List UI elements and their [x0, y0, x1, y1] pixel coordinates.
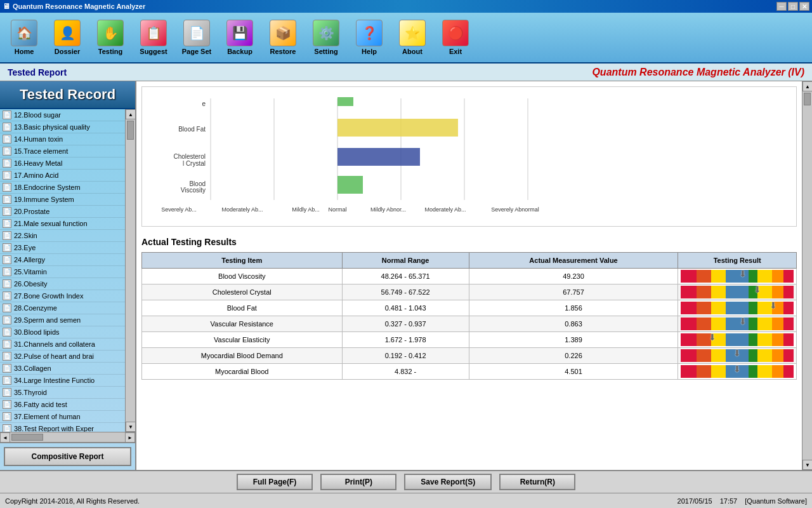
toolbar-item-pageset[interactable]: 📄 Page Set	[178, 20, 216, 55]
sidebar-item-22[interactable]: 📄 34.Large Intestine Functio	[0, 375, 125, 387]
sidebar-item-15[interactable]: 📄 27.Bone Growth Index	[0, 290, 125, 302]
sidebar-horiz-scrollbar[interactable]: ◄ ►	[0, 432, 135, 442]
col-measurement: Actual Measurement Value	[469, 253, 678, 269]
sidebar-item-label-25: 37.Element of human	[14, 413, 81, 420]
sidebar-item-3[interactable]: 📄 15.Trace element	[0, 145, 125, 157]
bottom-bar: Full Page(F)Print(P)Save Report(S)Return…	[0, 470, 812, 493]
scroll-up-btn[interactable]: ▲	[126, 109, 135, 119]
content-scroll-thumb[interactable]	[804, 93, 811, 105]
sidebar-item-19[interactable]: 📄 31.Channels and collatera	[0, 338, 125, 351]
cell-item-6: Myocardial Blood	[142, 364, 343, 380]
scroll-right-btn[interactable]: ►	[125, 432, 135, 443]
return-button[interactable]: Return(R)	[499, 474, 575, 490]
sidebar-item-20[interactable]: 📄 32.Pulse of heart and brai	[0, 351, 125, 363]
sidebar-bottom: Compositive Report	[0, 442, 135, 470]
toolbar-item-setting[interactable]: ⚙️ Setting	[307, 20, 345, 55]
scroll-down-btn[interactable]: ▼	[126, 422, 135, 432]
sidebar-item-icon-23: 📄	[3, 388, 11, 397]
svg-text:Blood Fat: Blood Fat	[178, 126, 206, 133]
sidebar-item-25[interactable]: 📄 37.Element of human	[0, 411, 125, 423]
testing-icon: ✋	[97, 20, 124, 46]
dossier-icon: 👤	[54, 20, 81, 46]
table-row: Vascular Elasticity 1.672 - 1.978 1.389 …	[142, 332, 797, 348]
toolbar-item-help[interactable]: ❓ Help	[350, 20, 388, 55]
sidebar-item-23[interactable]: 📄 35.Thyroid	[0, 387, 125, 399]
status-time: 17:57	[720, 497, 738, 505]
content-scroll[interactable]: e Blood Fat Cholesterol l Crystal Blood …	[136, 81, 802, 470]
sidebar-item-14[interactable]: 📄 26.Obesity	[0, 278, 125, 290]
toolbar-item-suggest[interactable]: 📋 Suggest	[134, 20, 173, 55]
cell-value-0: 49.230	[469, 269, 678, 284]
sidebar-item-7[interactable]: 📄 19.Immune System	[0, 194, 125, 206]
sidebar-item-icon-10: 📄	[3, 231, 11, 240]
title-bar: 🖥 Quantum Resonance Magnetic Analyzer ─ …	[0, 0, 812, 13]
toolbar-item-restore[interactable]: 📦 Restore	[264, 20, 302, 55]
sidebar-item-12[interactable]: 📄 24.Allergy	[0, 254, 125, 266]
svg-text:Normal: Normal	[328, 206, 346, 213]
content-scroll-down[interactable]: ▼	[802, 460, 812, 470]
minimize-button[interactable]: ─	[776, 2, 787, 11]
savereport-button[interactable]: Save Report(S)	[404, 474, 492, 490]
sidebar-title: Tested Record	[0, 81, 135, 109]
sidebar-item-6[interactable]: 📄 18.Endocrine System	[0, 182, 125, 194]
toolbar-item-home[interactable]: 🏠 Home	[5, 20, 43, 55]
svg-text:e: e	[202, 100, 206, 107]
sidebar-item-18[interactable]: 📄 30.Blood lipids	[0, 326, 125, 338]
sidebar-item-icon-14: 📄	[3, 279, 11, 288]
sidebar-item-26[interactable]: 📄 38.Test Report with Exper	[0, 423, 125, 432]
status-right: 2017/05/15 17:57 [Quantum Software]	[678, 497, 807, 505]
svg-rect-13	[337, 119, 458, 137]
cell-result-1: ⬇	[678, 284, 797, 300]
sidebar-item-16[interactable]: 📄 28.Coenzyme	[0, 302, 125, 314]
cell-result-4: ⬇	[678, 332, 797, 348]
content-scroll-up[interactable]: ▲	[802, 81, 812, 91]
sidebar-item-label-12: 24.Allergy	[14, 256, 45, 264]
scroll-horiz-thumb[interactable]	[11, 434, 43, 441]
about-label: About	[402, 48, 422, 55]
restore-icon: 📦	[270, 20, 296, 46]
results-table: Testing Item Normal Range Actual Measure…	[141, 252, 797, 380]
help-icon: ❓	[356, 20, 383, 46]
cell-range-3: 0.327 - 0.937	[342, 316, 469, 332]
sidebar-item-1[interactable]: 📄 13.Basic physical quality	[0, 121, 125, 133]
svg-text:Moderately Ab...: Moderately Ab...	[221, 206, 263, 213]
sidebar-item-8[interactable]: 📄 20.Prostate	[0, 206, 125, 218]
close-button[interactable]: ✕	[799, 2, 809, 11]
sidebar-item-0[interactable]: 📄 12.Blood sugar	[0, 109, 125, 121]
toolbar-item-dossier[interactable]: 👤 Dossier	[48, 20, 86, 55]
sidebar-item-5[interactable]: 📄 17.Amino Acid	[0, 170, 125, 182]
sidebar-item-icon-11: 📄	[3, 243, 11, 252]
sidebar-item-24[interactable]: 📄 36.Fatty acid test	[0, 399, 125, 411]
toolbar-item-exit[interactable]: 🔴 Exit	[436, 20, 475, 55]
cell-value-6: 4.501	[469, 364, 678, 380]
sidebar-item-icon-12: 📄	[3, 255, 11, 264]
sidebar-item-9[interactable]: 📄 21.Male sexual function	[0, 218, 125, 230]
maximize-button[interactable]: □	[788, 2, 798, 11]
toolbar-item-backup[interactable]: 💾 Backup	[221, 20, 259, 55]
cell-result-0: ⬇	[678, 269, 797, 284]
print-button[interactable]: Print(P)	[320, 474, 396, 490]
sidebar-item-icon-5: 📄	[3, 171, 11, 180]
help-label: Help	[362, 48, 377, 55]
about-icon: ⭐	[399, 20, 426, 46]
scroll-thumb[interactable]	[127, 121, 134, 140]
sidebar-item-label-14: 26.Obesity	[14, 280, 48, 288]
composite-report-button[interactable]: Compositive Report	[4, 447, 131, 466]
toolbar-item-about[interactable]: ⭐ About	[393, 20, 431, 55]
sidebar-item-21[interactable]: 📄 33.Collagen	[0, 363, 125, 375]
sidebar-item-17[interactable]: 📄 29.Sperm and semen	[0, 314, 125, 326]
sidebar-item-icon-3: 📄	[3, 147, 11, 156]
sidebar-item-label-1: 13.Basic physical quality	[14, 123, 90, 131]
scroll-left-btn[interactable]: ◄	[0, 432, 10, 443]
toolbar-item-testing[interactable]: ✋ Testing	[91, 20, 129, 55]
sidebar-item-icon-6: 📄	[3, 183, 11, 192]
content-scrollbar[interactable]: ▲ ▼	[802, 81, 812, 470]
sidebar-item-10[interactable]: 📄 22.Skin	[0, 230, 125, 242]
sidebar-item-13[interactable]: 📄 25.Vitamin	[0, 266, 125, 278]
fullpage-button[interactable]: Full Page(F)	[237, 474, 313, 490]
sidebar-scrollbar[interactable]: ▲ ▼	[125, 109, 135, 432]
sidebar-item-11[interactable]: 📄 23.Eye	[0, 242, 125, 254]
sidebar-item-4[interactable]: 📄 16.Heavy Metal	[0, 157, 125, 170]
sidebar-item-2[interactable]: 📄 14.Human toxin	[0, 133, 125, 145]
cell-value-4: 1.389	[469, 332, 678, 348]
